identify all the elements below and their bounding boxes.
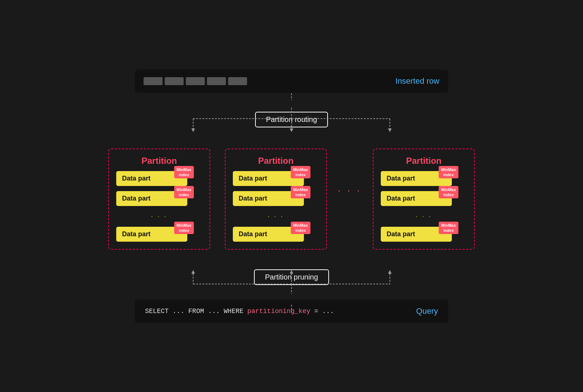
segment-3 [186,77,205,85]
svg-marker-6 [191,128,195,132]
partition-routing-box: Partition routing [255,112,328,127]
minmax-badge-3-1: MinMaxindex [439,166,458,179]
svg-marker-7 [290,128,293,132]
data-part-3-1: MinMaxindex Data part [381,171,452,186]
data-part-1-1: MinMaxindex Data part [116,171,187,186]
query-label: Query [416,306,438,316]
dots-yellow-1: · · · [116,213,202,220]
partition-2: Partition MinMaxindex Data part MinMaxin… [225,149,327,250]
data-part-3-3: MinMaxindex Data part [381,227,452,242]
segment-4 [207,77,226,85]
data-part-3-2: MinMaxindex Data part [381,191,452,206]
segment-5 [228,77,247,85]
data-part-1-2: MinMaxindex Data part [116,191,187,206]
partition-key: partitioning_key [247,308,310,315]
partition-2-parts: MinMaxindex Data part MinMaxindex Data p… [233,171,319,242]
partition-3-title: Partition [406,156,441,166]
minmax-badge-2-2: MinMaxindex [291,186,310,199]
svg-marker-8 [388,128,392,132]
minmax-badge-3-3: MinMaxindex [439,222,458,234]
sql-prefix: SELECT ... FROM ... WHERE [145,308,247,315]
partition-3: Partition MinMaxindex Data part MinMaxin… [373,149,475,250]
partition-1: Partition MinMaxindex Data part MinMaxin… [108,149,210,250]
query-text: SELECT ... FROM ... WHERE partitioning_k… [145,308,334,315]
query-bar: SELECT ... FROM ... WHERE partitioning_k… [135,300,448,323]
minmax-badge-1-1: MinMaxindex [174,166,194,179]
inserted-row-label: Inserted row [395,76,439,86]
partition-routing-label: Partition routing [266,115,317,123]
dots-yellow-2: · · · [233,213,319,220]
partition-1-title: Partition [141,156,177,166]
partition-2-title: Partition [258,156,293,166]
svg-marker-16 [388,270,392,274]
partition-1-parts: MinMaxindex Data part MinMaxindex Data p… [116,171,202,242]
sql-suffix: = ... [310,308,334,315]
data-part-2-2: MinMaxindex Data part [233,191,304,206]
segment-1 [144,77,163,85]
inserted-row-bar: Inserted row [135,70,448,93]
segment-2 [165,77,184,85]
data-part-2-1: MinMaxindex Data part [233,171,304,186]
minmax-badge-2-3: MinMaxindex [291,222,310,234]
diagram-wrapper: Inserted row Partition routing Partition… [73,70,510,323]
data-part-2-3: MinMaxindex Data part [233,227,304,242]
minmax-badge-3-2: MinMaxindex [439,186,458,199]
partition-pruning-box: Partition pruning [254,269,329,285]
partition-3-parts: MinMaxindex Data part MinMaxindex Data p… [381,171,467,242]
minmax-badge-2-1: MinMaxindex [291,166,310,179]
middle-partition-dots: · · · [334,185,365,196]
svg-marker-14 [191,270,195,274]
partition-pruning-label: Partition pruning [265,273,318,281]
minmax-badge-1-3: MinMaxindex [174,222,194,234]
minmax-badge-1-2: MinMaxindex [174,186,194,199]
row-segments [144,77,247,85]
data-part-1-3: MinMaxindex Data part [116,227,187,242]
dots-yellow-3: · · · [381,213,467,220]
